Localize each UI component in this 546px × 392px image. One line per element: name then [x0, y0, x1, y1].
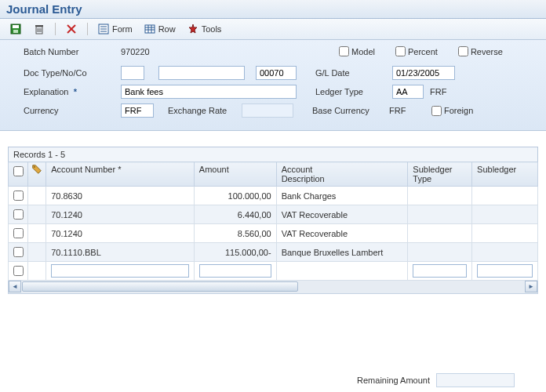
base-currency-value: FRF — [389, 106, 425, 115]
percent-checkbox[interactable]: Percent — [395, 46, 438, 56]
page-title: Journal Entry — [0, 0, 546, 19]
cell-desc[interactable]: VAT Recoverable — [276, 205, 408, 224]
scroll-right-arrow[interactable]: ► — [525, 281, 537, 292]
doc-type-field[interactable] — [121, 66, 144, 80]
remaining-amount-label: Remaining Amount — [357, 376, 430, 385]
toolbar: Form Row Tools — [0, 19, 546, 40]
table-row[interactable]: 70.8630 100.000,00 Bank Charges — [9, 187, 538, 205]
cell-account[interactable]: 70.8630 — [46, 187, 195, 205]
svg-rect-2 — [13, 30, 18, 33]
cell-amount[interactable]: 115.000,00- — [194, 243, 276, 262]
save-button[interactable] — [6, 21, 25, 37]
delete-button[interactable] — [30, 21, 49, 37]
cell-account[interactable]: 70.1240 — [46, 224, 195, 243]
gl-date-label: G/L Date — [315, 68, 386, 78]
svg-rect-7 — [35, 25, 43, 27]
grid-hscrollbar[interactable]: ◄ ► — [8, 281, 538, 294]
cell-subtype[interactable] — [408, 224, 472, 243]
svg-point-19 — [34, 166, 35, 168]
scroll-left-arrow[interactable]: ◄ — [9, 281, 21, 292]
batch-number-value: 970220 — [121, 47, 168, 56]
footer: Remaining Amount — [0, 373, 546, 387]
cell-sub[interactable] — [472, 187, 538, 205]
doc-co-field[interactable] — [256, 66, 297, 80]
scroll-thumb[interactable] — [22, 281, 298, 292]
form-menu-label: Form — [112, 24, 133, 34]
new-account-input[interactable] — [51, 264, 189, 278]
new-sub-input[interactable] — [477, 264, 533, 278]
ledger-type-field[interactable] — [392, 85, 424, 99]
gl-date-field[interactable] — [392, 66, 455, 80]
tools-menu-label: Tools — [202, 24, 222, 34]
row-menu-label: Row — [158, 24, 176, 34]
cell-subtype[interactable] — [408, 187, 472, 205]
new-subtype-input[interactable] — [413, 264, 467, 278]
cell-desc[interactable]: Banque Bruxelles Lambert — [276, 243, 408, 262]
reverse-checkbox[interactable]: Reverse — [458, 46, 503, 56]
exchange-rate-label: Exchange Rate — [168, 106, 238, 115]
new-amount-input[interactable] — [199, 264, 271, 278]
doc-no-field[interactable] — [158, 66, 245, 80]
row-select[interactable] — [13, 266, 24, 276]
exchange-rate-field — [242, 103, 293, 118]
cell-amount[interactable]: 6.440,00 — [194, 205, 276, 224]
cell-sub[interactable] — [472, 224, 538, 243]
col-account-description[interactable]: Account Description — [276, 162, 408, 187]
foreign-checkbox[interactable]: Foreign — [431, 106, 473, 116]
row-select[interactable] — [13, 228, 24, 238]
model-checkbox[interactable]: Model — [339, 46, 375, 56]
explanation-field[interactable] — [121, 85, 297, 99]
col-account-number[interactable]: Account Number * — [46, 162, 195, 187]
cell-amount[interactable]: 100.000,00 — [194, 187, 276, 205]
table-row[interactable]: 70.1110.BBL 115.000,00- Banque Bruxelles… — [9, 243, 538, 262]
row-select[interactable] — [13, 247, 24, 257]
remaining-amount-field — [436, 373, 515, 387]
col-amount[interactable]: Amount — [194, 162, 276, 187]
svg-rect-1 — [13, 25, 19, 28]
form-menu[interactable]: Form — [94, 21, 136, 37]
cell-desc[interactable]: Bank Charges — [276, 187, 408, 205]
cell-subtype[interactable] — [408, 243, 472, 262]
row-select[interactable] — [13, 191, 24, 201]
batch-number-label: Batch Number — [24, 47, 118, 56]
cell-account[interactable]: 70.1110.BBL — [46, 243, 195, 262]
grid-table: Account Number * Amount Account Descript… — [8, 162, 538, 281]
grid-region: Records 1 - 5 Account Number * Amount Ac… — [0, 147, 546, 294]
records-count: Records 1 - 5 — [8, 147, 538, 162]
cell-sub[interactable] — [472, 243, 538, 262]
ledger-type-label: Ledger Type — [315, 87, 386, 96]
header-form: Batch Number 970220 Model Percent Revers… — [0, 40, 546, 131]
base-currency-label: Base Currency — [312, 106, 383, 115]
tools-menu[interactable]: Tools — [184, 21, 225, 37]
cell-desc[interactable]: VAT Recoverable — [276, 224, 408, 243]
currency-field[interactable] — [121, 103, 154, 118]
ledger-currency-value: FRF — [430, 87, 453, 96]
doc-type-label: Doc Type/No/Co — [24, 68, 118, 78]
row-select[interactable] — [13, 209, 24, 220]
table-row[interactable]: 70.1240 8.560,00 VAT Recoverable — [9, 224, 538, 243]
table-row[interactable]: 70.1240 6.440,00 VAT Recoverable — [9, 205, 538, 224]
cell-amount[interactable]: 8.560,00 — [194, 224, 276, 243]
row-menu[interactable]: Row — [140, 21, 179, 37]
col-subledger[interactable]: Subledger — [472, 162, 538, 187]
select-all-header[interactable] — [9, 162, 28, 187]
svg-rect-14 — [145, 25, 155, 33]
cancel-button[interactable] — [62, 21, 81, 37]
qbe-icon[interactable] — [28, 162, 46, 187]
cell-subtype[interactable] — [408, 205, 472, 224]
table-row-new[interactable] — [9, 262, 538, 281]
cell-sub[interactable] — [472, 205, 538, 224]
col-subledger-type[interactable]: Subledger Type — [408, 162, 472, 187]
explanation-label: Explanation * — [24, 87, 118, 96]
cell-account[interactable]: 70.1240 — [46, 205, 195, 224]
currency-label: Currency — [24, 106, 118, 115]
